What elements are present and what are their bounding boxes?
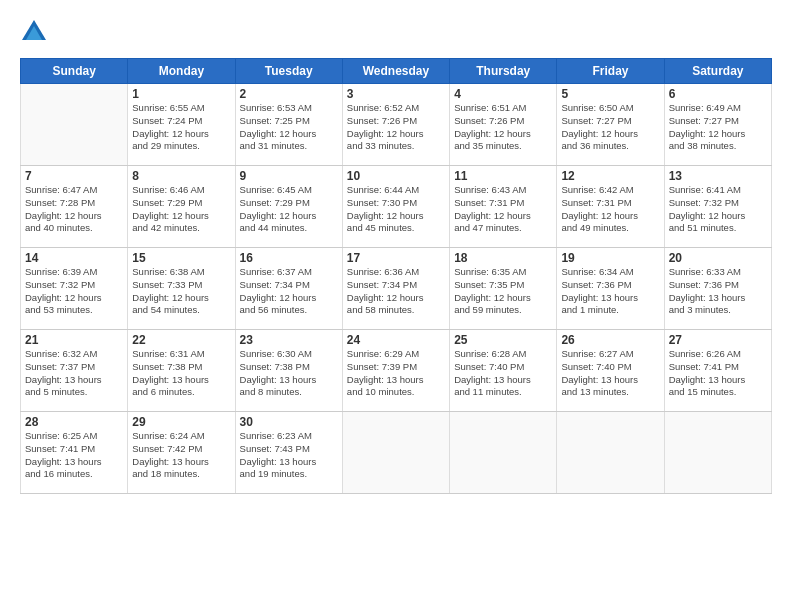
day-cell-30: 30Sunrise: 6:23 AM Sunset: 7:43 PM Dayli…	[235, 412, 342, 494]
empty-cell	[342, 412, 449, 494]
day-cell-17: 17Sunrise: 6:36 AM Sunset: 7:34 PM Dayli…	[342, 248, 449, 330]
day-number: 1	[132, 87, 230, 101]
day-cell-29: 29Sunrise: 6:24 AM Sunset: 7:42 PM Dayli…	[128, 412, 235, 494]
day-info: Sunrise: 6:23 AM Sunset: 7:43 PM Dayligh…	[240, 430, 338, 481]
day-info: Sunrise: 6:55 AM Sunset: 7:24 PM Dayligh…	[132, 102, 230, 153]
day-info: Sunrise: 6:45 AM Sunset: 7:29 PM Dayligh…	[240, 184, 338, 235]
calendar-table: SundayMondayTuesdayWednesdayThursdayFrid…	[20, 58, 772, 494]
day-info: Sunrise: 6:49 AM Sunset: 7:27 PM Dayligh…	[669, 102, 767, 153]
day-cell-12: 12Sunrise: 6:42 AM Sunset: 7:31 PM Dayli…	[557, 166, 664, 248]
day-cell-6: 6Sunrise: 6:49 AM Sunset: 7:27 PM Daylig…	[664, 84, 771, 166]
header-wednesday: Wednesday	[342, 59, 449, 84]
day-info: Sunrise: 6:34 AM Sunset: 7:36 PM Dayligh…	[561, 266, 659, 317]
day-cell-20: 20Sunrise: 6:33 AM Sunset: 7:36 PM Dayli…	[664, 248, 771, 330]
week-row-4: 21Sunrise: 6:32 AM Sunset: 7:37 PM Dayli…	[21, 330, 772, 412]
day-number: 16	[240, 251, 338, 265]
day-number: 18	[454, 251, 552, 265]
day-number: 27	[669, 333, 767, 347]
day-info: Sunrise: 6:27 AM Sunset: 7:40 PM Dayligh…	[561, 348, 659, 399]
day-number: 20	[669, 251, 767, 265]
day-number: 29	[132, 415, 230, 429]
day-cell-3: 3Sunrise: 6:52 AM Sunset: 7:26 PM Daylig…	[342, 84, 449, 166]
empty-cell	[450, 412, 557, 494]
day-number: 25	[454, 333, 552, 347]
day-cell-19: 19Sunrise: 6:34 AM Sunset: 7:36 PM Dayli…	[557, 248, 664, 330]
day-cell-26: 26Sunrise: 6:27 AM Sunset: 7:40 PM Dayli…	[557, 330, 664, 412]
header-sunday: Sunday	[21, 59, 128, 84]
day-number: 15	[132, 251, 230, 265]
week-row-1: 1Sunrise: 6:55 AM Sunset: 7:24 PM Daylig…	[21, 84, 772, 166]
day-number: 14	[25, 251, 123, 265]
day-cell-8: 8Sunrise: 6:46 AM Sunset: 7:29 PM Daylig…	[128, 166, 235, 248]
day-info: Sunrise: 6:30 AM Sunset: 7:38 PM Dayligh…	[240, 348, 338, 399]
day-number: 10	[347, 169, 445, 183]
day-info: Sunrise: 6:47 AM Sunset: 7:28 PM Dayligh…	[25, 184, 123, 235]
day-info: Sunrise: 6:33 AM Sunset: 7:36 PM Dayligh…	[669, 266, 767, 317]
day-number: 11	[454, 169, 552, 183]
day-number: 6	[669, 87, 767, 101]
day-info: Sunrise: 6:36 AM Sunset: 7:34 PM Dayligh…	[347, 266, 445, 317]
day-info: Sunrise: 6:25 AM Sunset: 7:41 PM Dayligh…	[25, 430, 123, 481]
day-cell-22: 22Sunrise: 6:31 AM Sunset: 7:38 PM Dayli…	[128, 330, 235, 412]
day-cell-7: 7Sunrise: 6:47 AM Sunset: 7:28 PM Daylig…	[21, 166, 128, 248]
day-number: 8	[132, 169, 230, 183]
day-info: Sunrise: 6:41 AM Sunset: 7:32 PM Dayligh…	[669, 184, 767, 235]
day-number: 22	[132, 333, 230, 347]
day-cell-4: 4Sunrise: 6:51 AM Sunset: 7:26 PM Daylig…	[450, 84, 557, 166]
day-number: 19	[561, 251, 659, 265]
day-cell-21: 21Sunrise: 6:32 AM Sunset: 7:37 PM Dayli…	[21, 330, 128, 412]
day-info: Sunrise: 6:24 AM Sunset: 7:42 PM Dayligh…	[132, 430, 230, 481]
day-number: 4	[454, 87, 552, 101]
day-number: 9	[240, 169, 338, 183]
day-info: Sunrise: 6:31 AM Sunset: 7:38 PM Dayligh…	[132, 348, 230, 399]
day-cell-9: 9Sunrise: 6:45 AM Sunset: 7:29 PM Daylig…	[235, 166, 342, 248]
day-number: 13	[669, 169, 767, 183]
day-cell-27: 27Sunrise: 6:26 AM Sunset: 7:41 PM Dayli…	[664, 330, 771, 412]
week-row-2: 7Sunrise: 6:47 AM Sunset: 7:28 PM Daylig…	[21, 166, 772, 248]
day-number: 23	[240, 333, 338, 347]
day-info: Sunrise: 6:32 AM Sunset: 7:37 PM Dayligh…	[25, 348, 123, 399]
header-thursday: Thursday	[450, 59, 557, 84]
logo	[20, 18, 52, 46]
day-info: Sunrise: 6:39 AM Sunset: 7:32 PM Dayligh…	[25, 266, 123, 317]
day-number: 28	[25, 415, 123, 429]
day-cell-11: 11Sunrise: 6:43 AM Sunset: 7:31 PM Dayli…	[450, 166, 557, 248]
day-info: Sunrise: 6:53 AM Sunset: 7:25 PM Dayligh…	[240, 102, 338, 153]
day-number: 12	[561, 169, 659, 183]
day-info: Sunrise: 6:43 AM Sunset: 7:31 PM Dayligh…	[454, 184, 552, 235]
day-cell-14: 14Sunrise: 6:39 AM Sunset: 7:32 PM Dayli…	[21, 248, 128, 330]
day-cell-16: 16Sunrise: 6:37 AM Sunset: 7:34 PM Dayli…	[235, 248, 342, 330]
day-info: Sunrise: 6:46 AM Sunset: 7:29 PM Dayligh…	[132, 184, 230, 235]
week-row-3: 14Sunrise: 6:39 AM Sunset: 7:32 PM Dayli…	[21, 248, 772, 330]
day-cell-24: 24Sunrise: 6:29 AM Sunset: 7:39 PM Dayli…	[342, 330, 449, 412]
day-cell-10: 10Sunrise: 6:44 AM Sunset: 7:30 PM Dayli…	[342, 166, 449, 248]
page-container: SundayMondayTuesdayWednesdayThursdayFrid…	[0, 0, 792, 504]
day-info: Sunrise: 6:26 AM Sunset: 7:41 PM Dayligh…	[669, 348, 767, 399]
day-info: Sunrise: 6:37 AM Sunset: 7:34 PM Dayligh…	[240, 266, 338, 317]
day-info: Sunrise: 6:50 AM Sunset: 7:27 PM Dayligh…	[561, 102, 659, 153]
day-number: 21	[25, 333, 123, 347]
day-number: 17	[347, 251, 445, 265]
day-number: 26	[561, 333, 659, 347]
day-cell-2: 2Sunrise: 6:53 AM Sunset: 7:25 PM Daylig…	[235, 84, 342, 166]
day-number: 5	[561, 87, 659, 101]
day-cell-28: 28Sunrise: 6:25 AM Sunset: 7:41 PM Dayli…	[21, 412, 128, 494]
header-friday: Friday	[557, 59, 664, 84]
day-cell-13: 13Sunrise: 6:41 AM Sunset: 7:32 PM Dayli…	[664, 166, 771, 248]
header-saturday: Saturday	[664, 59, 771, 84]
day-info: Sunrise: 6:28 AM Sunset: 7:40 PM Dayligh…	[454, 348, 552, 399]
empty-cell	[557, 412, 664, 494]
day-cell-1: 1Sunrise: 6:55 AM Sunset: 7:24 PM Daylig…	[128, 84, 235, 166]
day-number: 24	[347, 333, 445, 347]
day-cell-5: 5Sunrise: 6:50 AM Sunset: 7:27 PM Daylig…	[557, 84, 664, 166]
week-row-5: 28Sunrise: 6:25 AM Sunset: 7:41 PM Dayli…	[21, 412, 772, 494]
page-header	[20, 18, 772, 46]
day-info: Sunrise: 6:44 AM Sunset: 7:30 PM Dayligh…	[347, 184, 445, 235]
header-tuesday: Tuesday	[235, 59, 342, 84]
day-number: 7	[25, 169, 123, 183]
day-info: Sunrise: 6:51 AM Sunset: 7:26 PM Dayligh…	[454, 102, 552, 153]
header-monday: Monday	[128, 59, 235, 84]
day-info: Sunrise: 6:52 AM Sunset: 7:26 PM Dayligh…	[347, 102, 445, 153]
empty-cell	[21, 84, 128, 166]
header-row: SundayMondayTuesdayWednesdayThursdayFrid…	[21, 59, 772, 84]
